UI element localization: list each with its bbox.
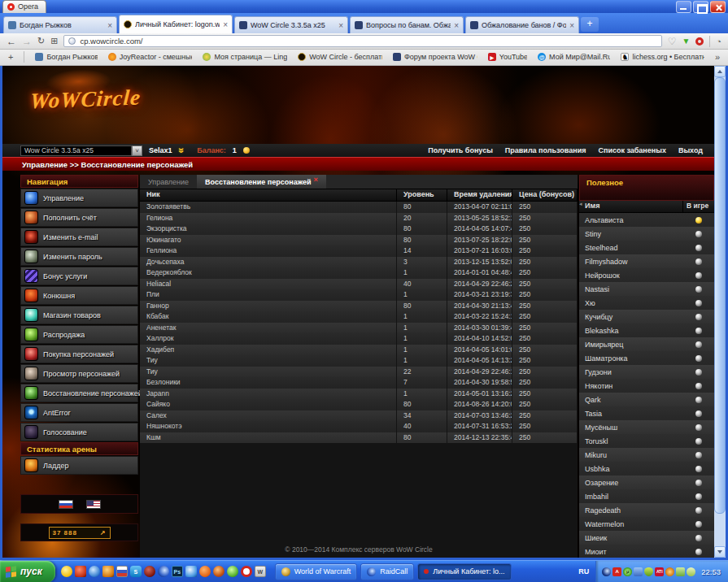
friend-name[interactable]: Гудзони: [579, 368, 683, 376]
bookmark-item[interactable]: @ Мой Мир@Mail.Ru: [538, 53, 610, 61]
friend-name[interactable]: Някотин: [579, 382, 683, 390]
quick-launch-icon[interactable]: [199, 566, 211, 577]
quick-launch-icon[interactable]: [75, 566, 86, 577]
friend-name[interactable]: Имирьярец: [579, 341, 683, 349]
friend-name[interactable]: Stiny: [579, 230, 683, 238]
tab-close-icon[interactable]: ×: [569, 22, 574, 29]
friend-name[interactable]: Imbahil: [579, 493, 683, 501]
bookmark-item[interactable]: ♞ lichess.org • Бесплатн: [621, 53, 704, 61]
nav-item-ladder[interactable]: Ладдер: [20, 456, 138, 475]
nav-item[interactable]: Пополнить счёт: [20, 208, 138, 227]
tray-icon[interactable]: ATI: [655, 567, 664, 576]
nav-item[interactable]: Конюшня: [20, 286, 138, 305]
russian-flag-icon[interactable]: [59, 500, 73, 509]
friend-name[interactable]: Шиеик: [579, 534, 683, 542]
turbo-download-icon[interactable]: ▼: [682, 37, 690, 46]
quick-launch-icon[interactable]: [158, 566, 169, 577]
address-bar[interactable]: cp.wowcircle.com/: [63, 35, 661, 47]
nav-item[interactable]: AntError: [20, 403, 138, 422]
quick-launch-icon[interactable]: [213, 566, 225, 577]
tab-close-icon[interactable]: ×: [107, 22, 112, 29]
browser-tab[interactable]: Обжалование банов / Фор ×: [465, 16, 579, 33]
character-row[interactable]: Heliacal 40 2014-04-29 22:46:22 250: [140, 279, 578, 290]
character-row[interactable]: Сайяко 80 2014-08-26 14:20:06 250: [140, 399, 578, 410]
scrollbar-thumb[interactable]: [714, 77, 726, 514]
tab-close-icon[interactable]: ×: [454, 22, 459, 29]
character-row[interactable]: Экзорцистка 80 2014-04-05 14:07:47 250: [140, 224, 578, 235]
character-row[interactable]: Кбабак 1 2014-03-22 15:24:12 250: [140, 311, 578, 323]
close-button[interactable]: [710, 1, 726, 13]
quick-launch-icon[interactable]: S: [130, 566, 142, 577]
friend-name[interactable]: Blekashka: [579, 327, 683, 335]
tab-close-icon[interactable]: ×: [223, 21, 228, 28]
friend-name[interactable]: Qark: [579, 396, 683, 404]
character-row[interactable]: Няшнокотэ 40 2014-07-31 16:53:27 250: [140, 421, 578, 432]
speed-dial-icon[interactable]: ⊞: [50, 37, 58, 46]
character-row[interactable]: Пли 1 2014-03-21 23:19:32 250: [140, 289, 578, 301]
bookmark-item[interactable]: Богдан Рыжков: [35, 53, 97, 61]
quick-launch-icon[interactable]: [185, 566, 197, 577]
nav-item[interactable]: Управление: [20, 189, 138, 207]
friend-name[interactable]: Watermelon: [579, 520, 683, 528]
usa-flag-icon[interactable]: [86, 500, 101, 509]
account-link[interactable]: Список забаненых: [598, 146, 665, 154]
friend-name[interactable]: Tasia: [579, 410, 683, 418]
bookmark-heart-icon[interactable]: ♡: [668, 36, 677, 47]
quick-launch-icon[interactable]: Ps: [172, 566, 183, 577]
tray-icon[interactable]: [644, 567, 653, 576]
character-row[interactable]: Геллиона 14 2013-07-21 16:03:04 250: [140, 245, 578, 257]
friend-name[interactable]: Ragedeath: [579, 506, 683, 515]
maximize-button[interactable]: [693, 1, 708, 13]
character-row[interactable]: Japann 1 2014-05-01 13:16:22 250: [140, 389, 578, 400]
bookmark-item[interactable]: JoyReactor - смешные: [108, 53, 193, 61]
language-indicator[interactable]: RU: [572, 567, 595, 575]
tray-icon[interactable]: [687, 567, 695, 576]
visitor-counter-banner[interactable]: 37 888 ↗: [49, 527, 111, 539]
friend-name[interactable]: Альтависта: [579, 216, 683, 224]
minimize-button[interactable]: [676, 1, 691, 13]
character-row[interactable]: Ганнор 80 2014-04-30 21:13:45 250: [140, 301, 578, 312]
account-link[interactable]: Выход: [678, 146, 703, 154]
tab-close-icon[interactable]: ×: [338, 22, 343, 29]
bookmark-item[interactable]: Форум проекта WoW C: [393, 53, 477, 61]
browser-scrollbar[interactable]: [714, 66, 726, 558]
nav-item[interactable]: Изменить пароль: [20, 247, 138, 266]
chevron-down-icon[interactable]: ˅: [132, 146, 142, 156]
nav-item[interactable]: Магазин товаров: [20, 306, 138, 324]
back-icon[interactable]: ←: [7, 37, 16, 46]
quick-launch-icon[interactable]: [89, 566, 100, 577]
friend-name[interactable]: Шаматронка: [579, 354, 683, 363]
friend-name[interactable]: Озарение: [579, 479, 683, 487]
reload-icon[interactable]: ↻: [37, 37, 45, 46]
content-tab-close-icon[interactable]: ×: [313, 176, 317, 184]
add-bookmark-icon[interactable]: +: [8, 52, 13, 62]
character-row[interactable]: Золотаяветвь 80 2013-04-07 02:11:05 250: [140, 202, 578, 213]
character-row[interactable]: Салех 34 2014-07-03 13:46:21 250: [140, 410, 578, 422]
task-button[interactable]: World of Warcraft: [275, 563, 358, 580]
friend-name[interactable]: Steelhead: [579, 244, 683, 252]
bookmark-item[interactable]: Моя страница — Lingu: [203, 53, 287, 61]
character-row[interactable]: Тиу 22 2014-04-29 22:46:12 250: [140, 367, 578, 378]
character-row[interactable]: Хадибеп 1 2014-04-05 14:01:04 250: [140, 345, 578, 356]
character-row[interactable]: Дочьсепаха 3 2013-12-15 13:52:06 250: [140, 257, 578, 268]
friend-name[interactable]: Nastasi: [579, 285, 683, 293]
bookmark-item[interactable]: ▶ YouTube: [488, 53, 527, 61]
nav-item[interactable]: Распродажа: [20, 325, 138, 344]
nav-item[interactable]: Голосование: [20, 423, 138, 441]
account-link[interactable]: Правила пользования: [505, 146, 586, 154]
task-button[interactable]: Личный Кабинет: lo...: [417, 563, 511, 580]
quick-launch-icon[interactable]: [227, 566, 238, 577]
url-text[interactable]: cp.wowcircle.com/: [80, 37, 142, 46]
account-link[interactable]: Получить бонусы: [428, 146, 493, 154]
quick-launch-icon[interactable]: W: [255, 566, 266, 577]
server-select[interactable]: Wow Circle 3.3.5a x25 ˅: [20, 146, 142, 156]
opera-menu-button[interactable]: Opera: [2, 0, 46, 13]
friend-name[interactable]: Mikuru: [579, 451, 683, 459]
friend-name[interactable]: Filmyshadow: [579, 258, 683, 266]
character-row[interactable]: Кшм 80 2014-12-13 22:35:43 250: [140, 432, 578, 444]
start-button[interactable]: пуск: [0, 561, 55, 582]
character-row[interactable]: Аненетак 1 2014-03-30 01:39:49 250: [140, 323, 578, 334]
friend-name[interactable]: Мусёныш: [579, 423, 683, 432]
tray-icon[interactable]: µ: [623, 567, 632, 576]
tray-icon[interactable]: [634, 567, 643, 576]
